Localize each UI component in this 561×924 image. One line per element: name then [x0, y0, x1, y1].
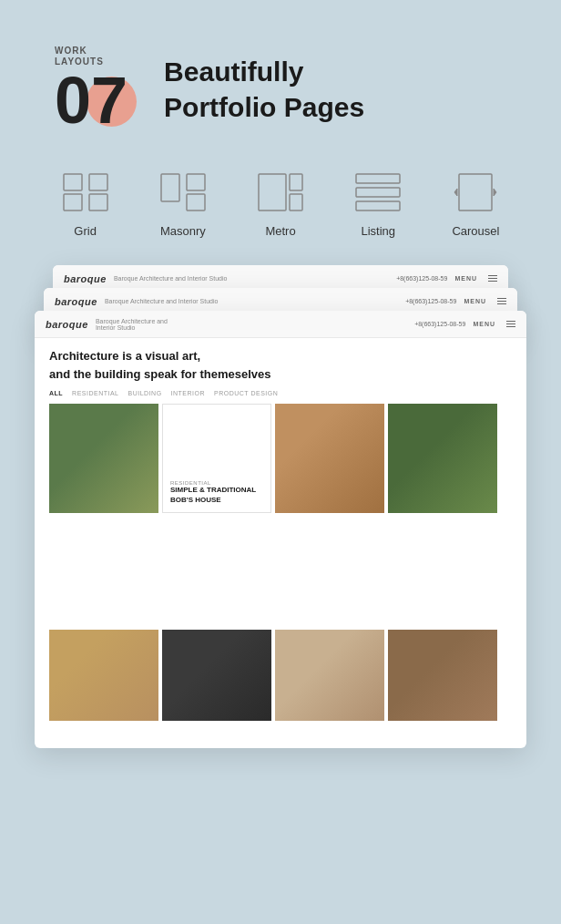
masonry-icon	[156, 169, 210, 215]
svg-rect-10	[356, 174, 400, 183]
back2-logo: baroque	[64, 273, 107, 284]
metro-label: Metro	[265, 224, 295, 238]
svg-rect-13	[459, 174, 492, 210]
layout-icons-row: Grid Masonry Metro	[0, 160, 561, 265]
svg-rect-3	[89, 194, 107, 210]
browser-content: Architecture is a visual art, and the bu…	[35, 338, 526, 730]
back1-phone: +8(663)125-08-59	[405, 298, 456, 304]
back1-menu-icon	[497, 298, 506, 304]
filter-product[interactable]: PRODUCT DESIGN	[214, 390, 278, 396]
filter-building[interactable]: BUILDING	[128, 390, 162, 396]
carousel-icon	[448, 169, 503, 215]
back1-tagline: Baroque Architecture and Interior Studio	[105, 298, 398, 304]
metro-icon	[253, 169, 308, 215]
grid-cell-pergola[interactable]	[49, 630, 158, 721]
back2-menu-icon	[488, 275, 497, 282]
portfolio-grid-top: Residential SIMPLE & TRADITIONALBOB'S HO…	[49, 404, 512, 626]
layouts-number: 07	[55, 67, 128, 133]
svg-rect-1	[89, 174, 107, 190]
front-phone: +8(663)125-08-59	[414, 321, 465, 327]
svg-rect-5	[187, 174, 205, 190]
svg-rect-12	[356, 201, 400, 210]
site-headline: Architecture is a visual art, and the bu…	[49, 347, 512, 383]
grid-cell-wood[interactable]	[388, 630, 497, 721]
listing-layout-item[interactable]: Listing	[330, 169, 427, 238]
svg-rect-11	[356, 188, 400, 197]
number-container: 07	[55, 67, 128, 133]
grid-label: Grid	[74, 224, 97, 238]
back1-logo: baroque	[55, 296, 97, 307]
front-menu-icon	[506, 321, 515, 327]
grid-cell-featured[interactable]: Residential SIMPLE & TRADITIONALBOB'S HO…	[162, 404, 271, 513]
front-menu: MENU	[473, 321, 495, 327]
listing-icon	[351, 169, 405, 215]
grid-layout-item[interactable]: Grid	[36, 169, 134, 238]
filter-residential[interactable]: RESIDENTIAL	[72, 390, 118, 396]
front-tagline: Baroque Architecture andInterior Studio	[96, 318, 407, 331]
front-logo: baroque	[46, 319, 88, 330]
browser-front: baroque Baroque Architecture andInterior…	[35, 311, 526, 748]
svg-rect-7	[259, 174, 286, 210]
carousel-layout-item[interactable]: Carousel	[427, 169, 525, 238]
grid-cell-kitchen[interactable]	[275, 404, 384, 513]
browser-chrome-front: baroque Baroque Architecture andInterior…	[35, 311, 526, 338]
grid-cell-house[interactable]	[49, 404, 158, 513]
browser-stack: baroque Baroque Architecture and Interio…	[18, 265, 543, 757]
masonry-label: Masonry	[160, 224, 206, 238]
listing-label: Listing	[361, 224, 395, 238]
svg-rect-4	[161, 174, 179, 201]
back1-menu: MENU	[464, 298, 486, 304]
filter-all[interactable]: ALL	[49, 390, 63, 396]
metro-layout-item[interactable]: Metro	[231, 169, 329, 238]
carousel-label: Carousel	[452, 224, 499, 238]
masonry-layout-item[interactable]: Masonry	[134, 169, 231, 238]
svg-rect-6	[187, 194, 205, 210]
portfolio-grid-bottom	[49, 630, 512, 721]
back2-menu: MENU	[454, 275, 477, 282]
portfolio-title: Beautifully Portfolio Pages	[164, 54, 364, 125]
grid-cell-forest[interactable]	[388, 404, 497, 513]
top-section: WORKLAYOUTS 07 Beautifully Portfolio Pag…	[0, 0, 561, 160]
filter-interior[interactable]: INTERIOR	[171, 390, 205, 396]
back2-phone: +8(663)125-08-59	[396, 275, 447, 282]
svg-rect-9	[290, 194, 302, 210]
grid-cell-dark-house[interactable]	[162, 630, 271, 721]
filter-bar: ALL RESIDENTIAL BUILDING INTERIOR PRODUC…	[49, 390, 512, 396]
back2-tagline: Baroque Architecture and Interior Studio	[114, 275, 389, 282]
work-layouts-block: WORKLAYOUTS 07	[55, 46, 128, 133]
featured-title: SIMPLE & TRADITIONALBOB'S HOUSE	[170, 486, 263, 505]
svg-rect-8	[290, 174, 302, 190]
grid-cell-interior[interactable]	[275, 630, 384, 721]
svg-rect-0	[64, 174, 82, 190]
svg-rect-2	[64, 194, 82, 210]
grid-icon	[58, 169, 113, 215]
